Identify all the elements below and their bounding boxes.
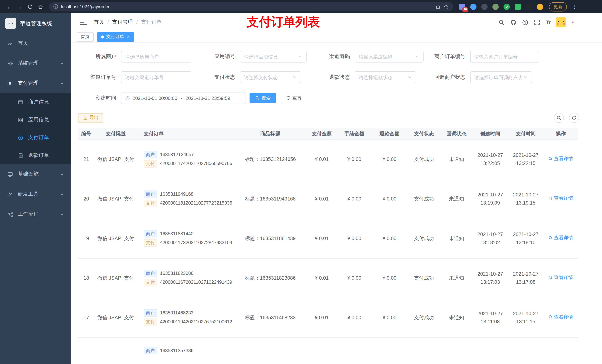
sidebar-item-system[interactable]: 系统管理 xyxy=(0,53,71,73)
extension-dark-icon[interactable] xyxy=(481,3,488,10)
channel-code-input[interactable] xyxy=(359,54,414,59)
notify-status-select[interactable] xyxy=(470,71,532,83)
browser-back-button[interactable]: ← xyxy=(4,2,14,11)
tab-home[interactable]: 首页 xyxy=(77,32,94,42)
reset-button[interactable]: 重置 xyxy=(281,93,307,103)
chevron-down-icon xyxy=(60,192,64,196)
sidebar-item-infra[interactable]: 基础设施 xyxy=(0,164,71,184)
channel-order-no-field[interactable] xyxy=(121,71,191,83)
yen-icon: ¥ xyxy=(7,80,13,86)
tab-pay-order[interactable]: 支付订单 × xyxy=(97,32,134,42)
browser-forward-button[interactable]: → xyxy=(15,2,24,11)
breadcrumb-home[interactable]: 首页 xyxy=(94,19,104,26)
date-start[interactable]: 2021-10-01 00:00:00 xyxy=(133,95,177,101)
browser-reload-button[interactable] xyxy=(25,2,35,11)
refund-amount-cell xyxy=(372,337,407,364)
browser-menu-icon[interactable]: ⋮ xyxy=(572,4,577,10)
view-detail-link[interactable]: 查看详情 xyxy=(548,234,573,242)
hide-search-button[interactable] xyxy=(554,113,564,123)
site-info-icon[interactable]: ⓘ xyxy=(53,3,58,10)
address-bar[interactable]: ⓘ localhost:1024/pay/order xyxy=(49,2,453,11)
sidebar-item-devtools[interactable]: 研发工具 xyxy=(0,184,71,204)
sidebar-item-refund-order[interactable]: 退款订单 xyxy=(0,146,71,164)
github-icon[interactable] xyxy=(510,19,516,25)
extension-drop-icon[interactable] xyxy=(470,3,476,10)
screen: ← → ⓘ localhost:1024/pay/order 10 xyxy=(0,0,602,364)
sidebar-item-home[interactable]: 首页 xyxy=(0,33,71,53)
pay-order-cell: 商户 1635311881440 支付 42000011732021102728… xyxy=(137,219,234,258)
action-cell: 查看详情 xyxy=(544,298,578,337)
breadcrumb-separator: / xyxy=(136,19,138,25)
font-large-glyph: T xyxy=(546,19,548,25)
view-detail-link[interactable]: 查看详情 xyxy=(548,313,573,321)
grid-icon xyxy=(17,117,24,123)
tab-label: 支付订单 xyxy=(106,34,124,40)
view-detail-link[interactable]: 查看详情 xyxy=(548,155,573,163)
app-no-select-input[interactable] xyxy=(244,54,297,59)
breadcrumb-section[interactable]: 支付管理 xyxy=(112,19,133,26)
sidebar-item-payment[interactable]: ¥ 支付管理 xyxy=(0,73,71,93)
search-icon xyxy=(255,96,259,100)
action-cell: 查看详情 xyxy=(544,219,578,258)
sidebar-item-label: 首页 xyxy=(18,40,28,47)
refund-status-input[interactable] xyxy=(359,74,406,80)
sidebar-item-workflow[interactable]: 工作流程 xyxy=(0,204,71,224)
main-content: 首页 / 支付管理 / 支付订单 支付订单列表 TT xyxy=(71,13,602,364)
pay-order-cell: 商户 1635311823086 支付 42000011672021102710… xyxy=(137,258,234,298)
share-icon[interactable] xyxy=(435,4,441,9)
merchant-order-no: 1635311823086 xyxy=(160,270,194,277)
browser-home-button[interactable] xyxy=(35,2,45,11)
user-avatar[interactable] xyxy=(556,17,566,27)
search-icon[interactable] xyxy=(498,19,505,25)
app-no-select[interactable] xyxy=(240,51,307,62)
extension-apps-icon[interactable]: 10 xyxy=(459,3,465,10)
browser-update-button[interactable]: 更新 xyxy=(549,2,567,11)
notify-status-cell: 未通知 xyxy=(441,179,473,219)
sidebar-item-label: 支付管理 xyxy=(18,80,39,87)
user-caret-icon[interactable]: ▾ xyxy=(572,20,574,25)
filter-label: 支付状态 xyxy=(191,74,240,81)
view-detail-link[interactable]: 查看详情 xyxy=(548,195,573,202)
notify-status-cell: 未通知 xyxy=(441,219,473,258)
table-row-partial: 商户 1635311357386 xyxy=(78,337,578,364)
bookmark-star-icon[interactable] xyxy=(443,4,449,9)
url-text[interactable]: localhost:1024/pay/order xyxy=(61,4,110,9)
merchant-select[interactable] xyxy=(121,51,191,62)
pay-order-cell: 商户 1635312124657 支付 42000011742021102780… xyxy=(137,139,234,179)
extension-chat-icon[interactable] xyxy=(515,3,521,10)
sidebar-toggle-icon[interactable] xyxy=(80,20,87,25)
col-actions: 操作 xyxy=(544,128,578,139)
tab-close-icon[interactable]: × xyxy=(127,34,130,40)
export-button[interactable]: 导出 xyxy=(78,113,103,123)
extension-green-icon[interactable] xyxy=(492,3,499,10)
help-icon[interactable] xyxy=(522,19,528,25)
sidebar-item-app-info[interactable]: 应用信息 xyxy=(0,111,71,129)
search-button[interactable]: 搜索 xyxy=(249,93,276,103)
create-time-range-picker[interactable]: 2021-10-01 00:00:00 - 2021-10-31 23:59:5… xyxy=(121,92,246,104)
fullscreen-icon[interactable] xyxy=(534,19,540,25)
date-end[interactable]: 2021-10-31 23:59:59 xyxy=(185,95,230,101)
channel-code-select[interactable] xyxy=(355,51,424,62)
refund-status-select[interactable] xyxy=(355,71,416,83)
magnifier-icon xyxy=(548,196,553,201)
notify-status-input[interactable] xyxy=(474,74,522,80)
pay-status-select[interactable] xyxy=(240,71,301,83)
channel-order-no-input[interactable] xyxy=(125,74,187,80)
merchant-order-no-input[interactable] xyxy=(474,54,535,59)
refresh-table-button[interactable] xyxy=(569,113,579,123)
extension-ghost-icon[interactable] xyxy=(526,3,532,10)
pay-order-no: 4200001174202110278060590766 xyxy=(160,160,232,168)
filter-channel-order-no: 渠道订单号 xyxy=(75,71,191,83)
pay-status-input[interactable] xyxy=(244,74,291,80)
app-logo[interactable]: 芋道管理系统 xyxy=(0,13,71,33)
payment-submenu: 商户信息 应用信息 支付订单 退款订单 xyxy=(0,93,71,164)
extension-face-icon[interactable] xyxy=(537,3,543,10)
extension-check-icon[interactable] xyxy=(504,3,510,10)
view-detail-link[interactable]: 查看详情 xyxy=(548,274,573,281)
sidebar-item-pay-order[interactable]: 支付订单 xyxy=(0,129,71,146)
reset-button-label: 重置 xyxy=(292,95,302,101)
font-size-icon[interactable]: TT xyxy=(546,19,550,25)
merchant-order-no-field[interactable] xyxy=(470,51,539,62)
sidebar-item-merchant-info[interactable]: 商户信息 xyxy=(0,93,71,111)
merchant-select-input[interactable] xyxy=(125,54,187,59)
